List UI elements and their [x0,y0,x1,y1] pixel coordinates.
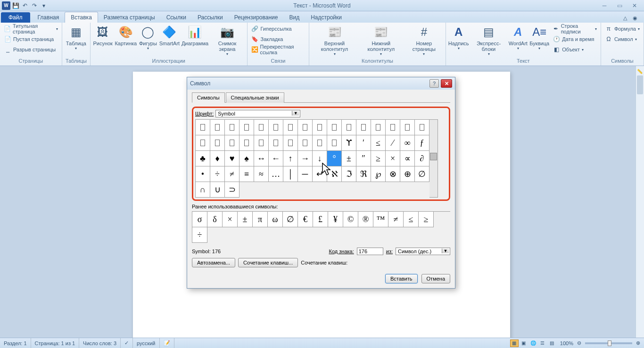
symbol-cell[interactable]: ♠ [239,151,254,166]
symbol-cell[interactable]: → [298,151,313,166]
symbol-cell[interactable]: ⁄ [386,135,400,151]
symbol-cell[interactable]: ℜ [356,166,371,182]
recent-symbol-cell[interactable]: ± [238,212,253,227]
minimize-button[interactable]: ─ [600,2,609,9]
crossref-button[interactable]: 🔀Перекрестная ссылка [249,44,307,55]
dialog-close-button[interactable]: ✕ [441,79,452,88]
symbol-cell[interactable]: ─ [298,166,313,182]
quickparts-button[interactable]: ▤Экспресс-блоки [471,24,507,57]
recent-symbol-cell[interactable]: ≥ [419,212,434,227]
symbol-cell[interactable]: ÷ [210,166,225,182]
minimize-ribbon-icon[interactable]: △ [623,15,631,23]
symbol-cell[interactable]: ≠ [225,166,239,182]
qat-dropdown-icon[interactable]: ▾ [40,1,48,10]
tab-mailings[interactable]: Рассылки [192,12,229,23]
symbol-cell[interactable] [400,120,415,135]
symbol-cell[interactable]: ← [269,151,283,166]
symbol-cell[interactable] [225,135,239,151]
symbol-cell[interactable]: ℵ [327,166,342,182]
recent-symbol-cell[interactable]: × [223,212,238,227]
symbol-cell[interactable]: ↔ [254,151,269,166]
recent-symbol-cell[interactable]: σ [192,212,207,227]
hyperlink-button[interactable]: 🔗Гиперссылка [249,24,307,34]
symbol-cell[interactable]: ♣ [196,151,210,166]
symbol-cell[interactable]: ∪ [210,182,225,198]
symbol-cell[interactable] [254,135,269,151]
recent-symbol-cell[interactable]: ≤ [404,212,419,227]
status-words[interactable]: Число слов: 3 [79,338,121,348]
header-button[interactable]: 📰Верхний колонтитул [311,24,357,57]
dialog-help-button[interactable]: ? [429,79,439,88]
draft-view[interactable]: ▤ [548,340,556,347]
zoom-out-button[interactable]: ⊖ [577,340,581,346]
insert-button[interactable]: Вставить [385,274,418,283]
symbol-cell[interactable]: ♥ [225,151,239,166]
wordart-button[interactable]: AWordArt [508,24,528,51]
autocorrect-button[interactable]: Автозамена... [192,258,235,267]
vertical-scrollbar[interactable] [636,66,644,338]
symbol-cell[interactable]: ± [342,151,356,166]
tab-special-chars[interactable]: Специальные знаки [226,92,284,103]
zoom-level[interactable]: 100% [560,340,573,346]
symbol-cell[interactable]: ℑ [342,166,356,182]
recent-symbol-cell[interactable]: ÷ [192,227,207,243]
recent-symbol-cell[interactable]: ∅ [283,212,298,227]
table-button[interactable]: ▦Таблица [64,24,88,51]
tab-addins[interactable]: Надстройки [305,12,347,23]
symbol-cell[interactable]: ∅ [415,166,429,182]
print-layout-view[interactable]: ▦ [510,340,519,347]
symbol-cell[interactable] [298,135,313,151]
symbol-cell[interactable]: ∝ [400,151,415,166]
shortcut-button[interactable]: Сочетание клавиш... [238,258,298,267]
symbol-cell[interactable] [283,135,298,151]
word-icon[interactable]: W [2,1,10,10]
screenshot-button[interactable]: 📷Снимок экрана [210,24,245,57]
recent-symbol-cell[interactable]: ® [358,212,373,227]
symbol-scroll-thumb[interactable] [430,153,437,160]
maximize-button[interactable]: ▭ [615,2,624,9]
symbol-cell[interactable] [327,135,342,151]
tab-layout[interactable]: Разметка страницы [98,12,161,23]
recent-symbol-cell[interactable]: δ [207,212,223,227]
symbol-cell[interactable]: ′ [356,135,371,151]
symbol-cell[interactable] [210,135,225,151]
tab-view[interactable]: Вид [283,12,305,23]
redo-icon[interactable]: ↷ [30,1,39,10]
help-icon[interactable]: ◉ [633,15,640,23]
status-page[interactable]: Страница: 1 из 1 [31,338,80,348]
zoom-in-button[interactable]: ⊕ [636,340,640,346]
symbol-cell[interactable]: ≈ [254,166,269,182]
sigline-button[interactable]: ✒Строка подписи [551,24,599,34]
symbol-cell[interactable] [327,120,342,135]
bookmark-button[interactable]: 🔖Закладка [249,34,307,44]
status-language[interactable]: русский [133,338,159,348]
symbol-cell[interactable] [313,135,327,151]
picture-button[interactable]: 🖼Рисунок [92,24,113,47]
tab-home[interactable]: Главная [32,12,65,23]
symbol-cell[interactable]: … [269,166,283,182]
symbol-cell[interactable]: • [196,166,210,182]
shapes-button[interactable]: ◯Фигуры [138,24,157,51]
pagenum-button[interactable]: #Номер страницы [405,24,444,57]
status-section[interactable]: Раздел: 1 [0,338,31,348]
symbol-cell[interactable] [210,120,225,135]
symbol-cell[interactable]: │ [283,166,298,182]
symbol-cell[interactable] [313,120,327,135]
symbol-cell[interactable] [371,120,386,135]
symbol-cell[interactable] [269,135,283,151]
tab-symbols[interactable]: Символы [192,92,225,103]
dropcap-button[interactable]: A≡Буквица [529,24,550,51]
zoom-thumb[interactable] [608,340,611,346]
undo-icon[interactable]: ↶ [21,1,29,10]
code-input[interactable] [357,248,383,255]
title-page-button[interactable]: 📄Титульная страница [2,24,60,34]
symbol-cell[interactable]: ⊕ [400,166,415,182]
symbol-scrollbar[interactable] [429,119,438,198]
symbol-cell[interactable] [254,120,269,135]
clipart-button[interactable]: 🎨Картинка [114,24,137,47]
recent-symbol-cell[interactable]: ω [268,212,283,227]
symbol-cell[interactable] [386,120,400,135]
font-select[interactable]: Symbol [215,110,300,117]
symbol-cell[interactable] [239,135,254,151]
symbol-cell[interactable]: ℘ [371,166,386,182]
